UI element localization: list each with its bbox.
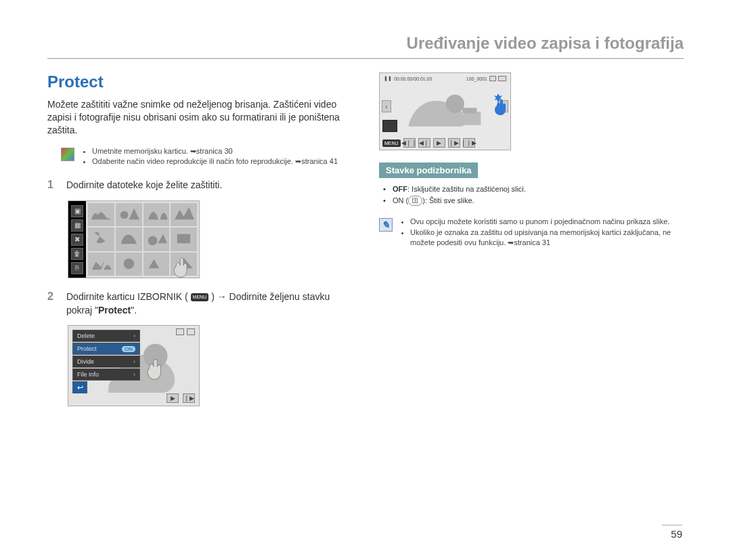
on-label-left: ON ( [393,196,408,204]
step2-pre: Dodirnite karticu IZBORNIK ( [66,291,188,302]
step2-post: ". [131,305,137,316]
svg-point-1 [148,236,157,246]
menu-item-fileinfo: File Info › [72,368,140,381]
key-icon: ⚿ [408,196,422,207]
forward-end-icon: ❘❘▶ [463,138,475,148]
step-forward-icon: ❘▶ [183,393,195,403]
checklist-icon [61,148,74,161]
page-header: Uređivanje video zapisa i fotografija [47,34,684,59]
menu-label: File Info [77,371,99,378]
menu-chip-icon: MENU [191,293,209,301]
step-1: 1 Dodirnite datoteke koje želite zaštiti… [47,179,352,192]
back-button-icon: ↩ [72,381,87,393]
svg-rect-8 [462,108,477,113]
chevron-right-icon: › [133,358,135,365]
step-2: 2 Dodirnite karticu IZBORNIK ( MENU ) → … [47,290,352,317]
forward-icon: ❘▶ [448,138,460,148]
submenu-heading: Stavke podizbornika [379,163,478,178]
page-number: 59 [662,525,682,540]
menu-item-divide: Divide › [72,356,140,368]
pause-icon: ❚❚ [384,76,392,81]
note-box: ✎ Ovu opciju možete koristiti samo u pun… [379,217,684,248]
svg-point-5 [143,344,168,368]
section-title: Protect [47,72,352,91]
svg-point-0 [120,211,129,219]
mode-video-icon: ▣ [71,205,83,217]
bullet-icon: • [383,184,389,195]
card-icon [176,328,184,335]
off-text: : Isključite zaštitu na zaštićenoj slici… [407,185,526,193]
chevron-right-icon: › [133,332,135,339]
right-column: ❚❚ 00:00:00/00:01:03 100_0001 ‹ [379,72,684,406]
menu-label: Delete [77,332,95,339]
svg-rect-7 [464,112,481,125]
step2-bold: Protect [98,305,131,316]
note-item: Ovu opciju možete koristiti samo u punom… [410,217,684,227]
on-label-right: ): Štiti sve slike. [422,196,474,204]
menu-item-delete: Delete › [72,330,140,342]
chapter-title: Uređivanje video zapisa i fotografija [407,34,684,52]
card-icon [489,76,496,81]
note-icon: ✎ [379,218,393,232]
rewind-start-icon: ◀❘❘ [403,138,416,148]
note-item: Ukoliko je oznaka za zaštitu od upisivan… [410,228,684,249]
play-icon: ▶ [433,138,445,148]
step-number: 1 [47,179,58,192]
battery-icon [187,328,195,335]
mode-film-icon: ✖ [71,234,83,246]
step-number: 2 [47,290,58,317]
svg-rect-2 [177,234,190,244]
rewind-icon: ◀❘ [418,138,430,148]
mode-photo-icon: ▦ [71,219,83,232]
left-column: Protect Možete zaštititi važne snimke od… [47,72,352,406]
play-icon: ▶ [167,393,179,403]
prereq-item: Odaberite način video reprodukcije ili n… [92,156,338,167]
file-name: 100_0001 [466,77,487,81]
bullet-icon: • [383,195,389,207]
share-icon: ⎘ [71,262,83,274]
expand-icon [382,120,397,132]
menu-chip-icon: MENU [382,139,401,147]
trash-icon: 🗑 [71,248,83,260]
prev-icon: ‹ [382,100,391,112]
menu-label: Protect [77,345,97,352]
intro-text: Možete zaštititi važne snimke od neželje… [47,98,352,137]
touch-hand-icon [489,93,509,116]
time-display: 00:00:00/00:01:03 [394,77,432,81]
figure-playback-screen: ❚❚ 00:00:00/00:01:03 100_0001 ‹ [379,72,511,150]
menu-item-protect: Protect ON [72,343,140,355]
chevron-right-icon: › [133,371,135,378]
figure-thumbnail-grid: ▣ ▦ ✖ 🗑 ⎘ [68,200,200,278]
svg-point-3 [123,258,134,269]
off-label: OFF [393,185,407,193]
on-pill: ON [122,346,135,352]
svg-point-6 [445,95,464,113]
battery-icon [498,76,506,81]
submenu-items: • OFF: Isključite zaštitu na zaštićenoj … [383,184,684,206]
step-text: Dodirnite datoteke koje želite zaštititi… [66,179,222,192]
menu-label: Divide [77,358,94,365]
figure-menu-screen: Delete › Protect ON Divide › File Info › [68,325,200,406]
prereq-item: Umetnite memorijsku karticu. ➥stranica 3… [92,146,338,156]
prerequisite-box: Umetnite memorijsku karticu. ➥stranica 3… [61,146,352,167]
